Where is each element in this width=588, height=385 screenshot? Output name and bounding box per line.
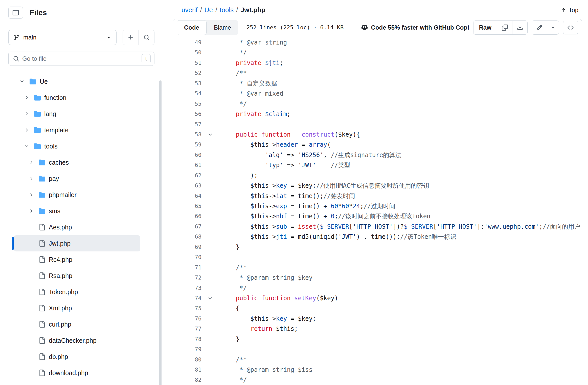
fold-toggle-icon[interactable] (201, 293, 221, 303)
breadcrumb-segment-ue[interactable]: Ue (205, 6, 213, 14)
view-tabs: CodeBlame (177, 20, 238, 35)
code-line: 75 { (173, 303, 582, 313)
line-number[interactable]: 79 (173, 344, 201, 354)
line-number[interactable]: 63 (173, 181, 201, 191)
go-to-file-input[interactable] (22, 55, 139, 62)
tree-folder-function[interactable]: function (14, 90, 140, 106)
tree-file-aes.php[interactable]: Aes.php (14, 219, 140, 235)
code-line: 72 * @param string $key (173, 273, 582, 283)
tree-folder-tools[interactable]: tools (14, 138, 140, 154)
edit-options-button[interactable] (547, 21, 559, 34)
tab-blame[interactable]: Blame (207, 20, 238, 35)
file-tree-sidebar: Files main t Uefunctionlangtemplatet (0, 0, 164, 385)
line-number[interactable]: 62 (173, 170, 201, 181)
copilot-icon (361, 24, 368, 31)
new-file-button[interactable] (123, 30, 139, 45)
tree-folder-pay[interactable]: pay (14, 170, 140, 187)
tree-file-token.php[interactable]: Token.php (14, 284, 140, 300)
fold-spacer (201, 191, 221, 201)
line-number[interactable]: 70 (173, 252, 201, 262)
line-number[interactable]: 65 (173, 201, 201, 211)
line-number[interactable]: 80 (173, 355, 201, 365)
line-number[interactable]: 56 (173, 109, 201, 119)
copilot-banner[interactable]: Code 55% faster with GitHub Copi (361, 24, 469, 31)
tree-folder-sms[interactable]: sms (14, 203, 140, 219)
line-number[interactable]: 77 (173, 324, 201, 334)
code-text: * @var mixed (221, 89, 582, 99)
code-text: { (221, 303, 582, 313)
fold-spacer (201, 89, 221, 99)
line-number[interactable]: 69 (173, 242, 201, 252)
tree-file-db.php[interactable]: db.php (14, 349, 140, 365)
line-number[interactable]: 67 (173, 222, 201, 232)
line-number[interactable]: 54 (173, 89, 201, 99)
line-number[interactable]: 68 (173, 232, 201, 242)
code-line: 67 $this->sub = isset($_SERVER['HTTP_HOS… (173, 222, 582, 232)
tree-file-rc4.php[interactable]: Rc4.php (14, 251, 140, 268)
tree-file-jwt.php[interactable]: Jwt.php (14, 235, 140, 251)
line-number[interactable]: 60 (173, 150, 201, 160)
tree-folder-lang[interactable]: lang (14, 106, 140, 122)
tab-code[interactable]: Code (177, 20, 207, 35)
sidebar-scrollbar[interactable] (159, 80, 162, 385)
line-number[interactable]: 50 (173, 48, 201, 58)
breadcrumb-segment-uverif[interactable]: uverif (182, 6, 198, 14)
line-number[interactable]: 52 (173, 68, 201, 78)
line-number[interactable]: 64 (173, 191, 201, 201)
tree-file-rsa.php[interactable]: Rsa.php (14, 268, 140, 284)
line-number[interactable]: 51 (173, 58, 201, 68)
copy-raw-button[interactable] (497, 21, 512, 34)
branch-selector-button[interactable]: main (8, 30, 117, 45)
code-text (221, 119, 582, 130)
search-tree-button[interactable] (139, 30, 154, 45)
line-number[interactable]: 55 (173, 99, 201, 109)
line-number[interactable]: 76 (173, 314, 201, 324)
tree-folder-template[interactable]: template (14, 122, 140, 138)
line-number[interactable]: 81 (173, 365, 201, 375)
download-button[interactable] (512, 21, 527, 34)
tree-item-label: Token.php (49, 288, 78, 296)
tree-file-datachecker.php[interactable]: dataChecker.php (14, 332, 140, 349)
code-text: private $jti; (221, 58, 582, 68)
fold-spacer (201, 273, 221, 283)
code-line: 50 */ (173, 48, 582, 58)
line-number[interactable]: 75 (173, 303, 201, 313)
tree-file-curl.php[interactable]: curl.php (14, 316, 140, 332)
arrow-up-icon (560, 7, 566, 13)
code-line: 65 $this->exp = time() + 60*60*24;//过期时间 (173, 201, 582, 211)
line-number[interactable]: 78 (173, 334, 201, 344)
fold-toggle-icon[interactable] (201, 130, 221, 140)
line-number[interactable]: 59 (173, 140, 201, 150)
line-number[interactable]: 53 (173, 78, 201, 89)
tree-folder-caches[interactable]: caches (14, 154, 140, 170)
raw-button[interactable]: Raw (473, 21, 497, 34)
line-number[interactable]: 58 (173, 130, 201, 140)
line-number[interactable]: 49 (173, 37, 201, 48)
symbols-panel-button[interactable] (563, 21, 578, 34)
line-number[interactable]: 57 (173, 119, 201, 130)
sidebar-panel-icon (12, 9, 19, 16)
tree-file-download.php[interactable]: download.php (14, 365, 140, 381)
git-branch-icon (14, 34, 20, 40)
line-number[interactable]: 74 (173, 293, 201, 303)
line-number[interactable]: 73 (173, 283, 201, 293)
folder-icon (39, 191, 49, 198)
edit-file-button[interactable] (532, 21, 547, 34)
line-number[interactable]: 72 (173, 273, 201, 283)
line-number[interactable]: 82 (173, 375, 201, 385)
breadcrumb-segment-tools[interactable]: tools (220, 6, 234, 14)
code-text (221, 344, 582, 354)
code-text: public function __construct($key){ (221, 130, 582, 140)
code-text (221, 252, 582, 262)
tree-folder-ue[interactable]: Ue (14, 73, 140, 90)
file-icon (39, 256, 49, 263)
back-to-top-button[interactable]: Top (560, 7, 578, 14)
tree-folder-phpmailer[interactable]: phpmailer (14, 187, 140, 203)
line-number[interactable]: 61 (173, 160, 201, 170)
fold-spacer (201, 355, 221, 365)
line-number[interactable]: 71 (173, 263, 201, 273)
line-number[interactable]: 66 (173, 211, 201, 221)
tree-file-xml.php[interactable]: Xml.php (14, 300, 140, 316)
tree-item-label: db.php (49, 353, 68, 360)
collapse-sidebar-button[interactable] (8, 7, 23, 19)
